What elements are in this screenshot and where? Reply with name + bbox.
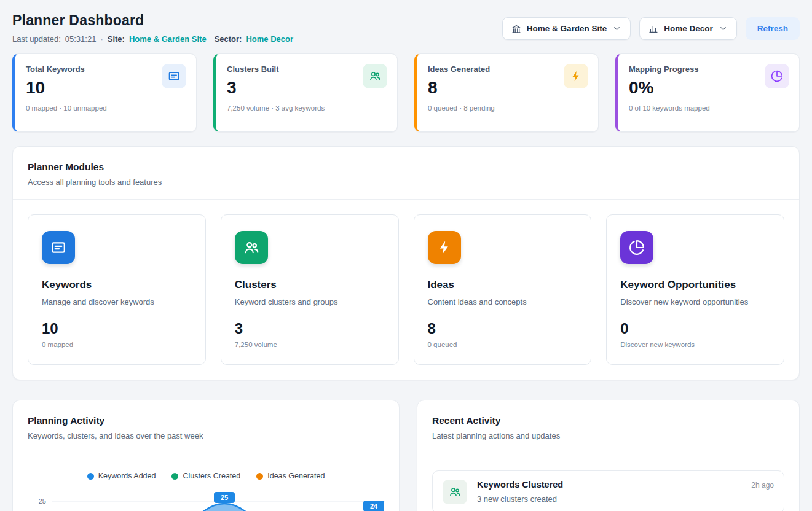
module-title: Keywords bbox=[42, 279, 192, 291]
page-title: Planner Dashboard bbox=[12, 12, 293, 29]
module-detail: Discover new keywords bbox=[620, 341, 770, 348]
meta-separator: · bbox=[100, 34, 103, 44]
module-card-keywords[interactable]: Keywords Manage and discover keywords 10… bbox=[28, 214, 206, 365]
chevron-down-icon bbox=[612, 24, 621, 33]
sector-selector-value: Home Decor bbox=[664, 24, 713, 33]
last-updated-value: 05:31:21 bbox=[65, 34, 97, 44]
stat-card-total-keywords: Total Keywords 10 0 mapped · 10 unmapped bbox=[12, 53, 197, 132]
stats-row: Total Keywords 10 0 mapped · 10 unmapped… bbox=[12, 53, 800, 132]
pie-chart-icon bbox=[765, 64, 789, 88]
y-axis-tick: 25 bbox=[39, 497, 46, 505]
module-detail: 7,250 volume bbox=[235, 341, 385, 348]
module-description: Manage and discover keywords bbox=[42, 297, 192, 306]
planner-modules-panel: Planner Modules Access all planning tool… bbox=[12, 146, 800, 380]
recent-activity-header: Recent Activity Latest planning actions … bbox=[417, 400, 799, 453]
activity-item-body: Keywords Clustered 3 new clusters create… bbox=[477, 480, 741, 504]
module-card-keyword-opportunities[interactable]: Keyword Opportunities Discover new keywo… bbox=[606, 214, 784, 365]
legend-label: Clusters Created bbox=[183, 472, 240, 480]
refresh-button[interactable]: Refresh bbox=[746, 17, 800, 40]
stat-detail: 0 mapped · 10 unmapped bbox=[26, 104, 185, 112]
users-icon bbox=[443, 480, 467, 504]
panel-subtitle: Keywords, clusters, and ideas over the p… bbox=[28, 431, 384, 440]
stat-card-ideas-generated: Ideas Generated 8 0 queued · 8 pending bbox=[414, 53, 599, 132]
stat-detail: 0 queued · 8 pending bbox=[428, 104, 587, 112]
topbar: Planner Dashboard Last updated: 05:31:21… bbox=[12, 12, 800, 44]
module-title: Clusters bbox=[235, 279, 385, 291]
module-card-ideas[interactable]: Ideas Content ideas and concepts 8 0 que… bbox=[414, 214, 592, 365]
users-icon bbox=[235, 231, 268, 264]
modules-grid: Keywords Manage and discover keywords 10… bbox=[13, 200, 799, 380]
bottom-row: Planning Activity Keywords, clusters, an… bbox=[12, 400, 800, 511]
legend-item-clusters-created: Clusters Created bbox=[171, 472, 240, 480]
legend-dot-blue bbox=[87, 473, 94, 480]
panel-title: Planner Modules bbox=[28, 162, 784, 173]
topbar-left: Planner Dashboard Last updated: 05:31:21… bbox=[12, 12, 293, 44]
stat-detail: 7,250 volume · 3 avg keywords bbox=[227, 104, 386, 112]
module-detail: 0 queued bbox=[428, 341, 578, 348]
module-value: 3 bbox=[235, 320, 385, 337]
panel-title: Recent Activity bbox=[432, 415, 784, 426]
bolt-icon bbox=[428, 231, 461, 264]
module-value: 0 bbox=[620, 320, 770, 337]
legend-dot-orange bbox=[256, 473, 263, 480]
pie-chart-icon bbox=[620, 231, 653, 264]
planner-dashboard-page: Planner Dashboard Last updated: 05:31:21… bbox=[0, 0, 812, 511]
panel-title: Planning Activity bbox=[28, 415, 384, 426]
sector-label: Sector: bbox=[215, 34, 242, 44]
sector-link[interactable]: Home Decor bbox=[246, 34, 293, 44]
planning-activity-header: Planning Activity Keywords, clusters, an… bbox=[13, 400, 399, 453]
stat-card-mapping-progress: Mapping Progress 0% 0 of 10 keywords map… bbox=[615, 53, 800, 132]
site-label: Site: bbox=[108, 34, 125, 44]
panel-subtitle: Access all planning tools and features bbox=[28, 177, 784, 187]
svg-text:24: 24 bbox=[370, 502, 378, 510]
module-title: Keyword Opportunities bbox=[620, 279, 770, 291]
module-detail: 0 mapped bbox=[42, 341, 192, 348]
legend-item-ideas-generated: Ideas Generated bbox=[256, 472, 325, 480]
chevron-down-icon bbox=[719, 24, 728, 33]
module-value: 8 bbox=[428, 320, 578, 337]
activity-item-description: 3 new clusters created bbox=[477, 494, 741, 504]
last-updated-label: Last updated: bbox=[12, 34, 61, 44]
svg-text:25: 25 bbox=[221, 494, 228, 501]
bar-chart-icon bbox=[648, 24, 658, 34]
planning-activity-panel: Planning Activity Keywords, clusters, an… bbox=[12, 400, 400, 511]
legend-label: Ideas Generated bbox=[267, 472, 325, 480]
divider bbox=[417, 453, 799, 453]
module-card-clusters[interactable]: Clusters Keyword clusters and groups 3 7… bbox=[221, 214, 399, 365]
module-description: Discover new keyword opportunities bbox=[620, 297, 770, 306]
legend-dot-green bbox=[171, 473, 178, 480]
activity-item-title: Keywords Clustered bbox=[477, 480, 741, 490]
data-point-badge: 24 bbox=[363, 501, 384, 511]
module-title: Ideas bbox=[428, 279, 578, 291]
chart-legend: Keywords Added Clusters Created Ideas Ge… bbox=[13, 472, 399, 480]
legend-item-keywords-added: Keywords Added bbox=[87, 472, 156, 480]
list-icon bbox=[162, 64, 186, 88]
site-selector-value: Home & Garden Site bbox=[527, 24, 607, 33]
sector-selector-dropdown[interactable]: Home Decor bbox=[639, 17, 737, 40]
meta-line: Last updated: 05:31:21 · Site: Home & Ga… bbox=[12, 34, 293, 44]
building-icon bbox=[511, 24, 521, 34]
list-icon bbox=[42, 231, 75, 264]
planning-activity-chart: 25 25 24 bbox=[28, 488, 387, 511]
topbar-controls: Home & Garden Site Home Decor Refresh bbox=[502, 17, 800, 40]
panel-subtitle: Latest planning actions and updates bbox=[432, 431, 784, 440]
site-selector-dropdown[interactable]: Home & Garden Site bbox=[502, 17, 631, 40]
activity-item-timestamp: 2h ago bbox=[751, 481, 774, 490]
stat-card-clusters-built: Clusters Built 3 7,250 volume · 3 avg ke… bbox=[213, 53, 398, 132]
module-description: Keyword clusters and groups bbox=[235, 297, 385, 306]
activity-list-item[interactable]: Keywords Clustered 3 new clusters create… bbox=[432, 470, 784, 511]
module-description: Content ideas and concepts bbox=[428, 297, 578, 306]
site-link[interactable]: Home & Garden Site bbox=[129, 34, 207, 44]
planning-activity-chart-area: 25 25 24 bbox=[13, 488, 399, 511]
bolt-icon bbox=[564, 64, 588, 88]
users-icon bbox=[363, 64, 387, 88]
stat-detail: 0 of 10 keywords mapped bbox=[629, 104, 788, 112]
data-point-badge: 25 bbox=[214, 492, 235, 503]
recent-activity-panel: Recent Activity Latest planning actions … bbox=[417, 400, 800, 511]
module-value: 10 bbox=[42, 320, 192, 337]
legend-label: Keywords Added bbox=[98, 472, 156, 480]
divider bbox=[13, 453, 399, 453]
planner-modules-header: Planner Modules Access all planning tool… bbox=[13, 147, 799, 199]
